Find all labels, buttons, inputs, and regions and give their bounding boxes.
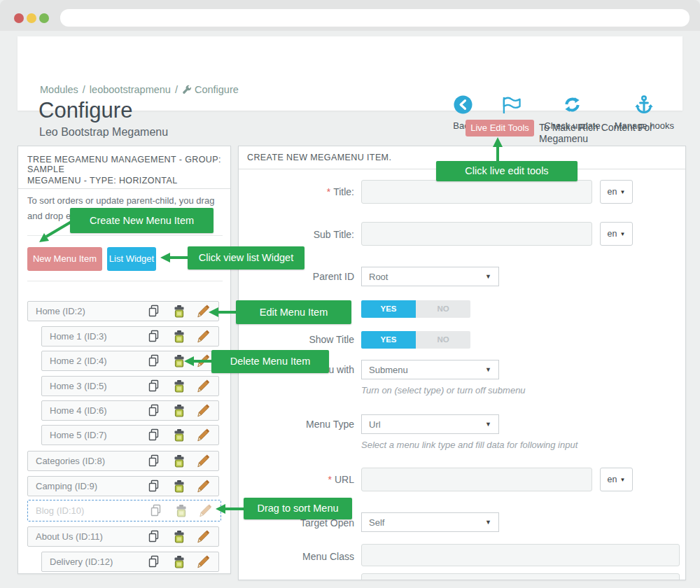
edit-pencil-icon[interactable]: [197, 530, 211, 544]
close-button[interactable]: [14, 13, 24, 23]
sub-title-input[interactable]: [361, 222, 592, 246]
menu-type-hint: Select a menu link type and fill data fo…: [361, 440, 578, 450]
tree-intro-line2: and drop e: [27, 211, 71, 221]
trash-icon[interactable]: [172, 428, 186, 442]
tree-row-blog-dragging[interactable]: Blog (ID:10): [27, 500, 221, 522]
trash-icon[interactable]: [172, 354, 186, 368]
title-input[interactable]: [361, 180, 592, 204]
duplicate-icon[interactable]: [148, 330, 162, 344]
url-input[interactable]: [361, 468, 592, 491]
trash-icon[interactable]: [172, 479, 186, 493]
trash-icon[interactable]: [172, 330, 186, 344]
tree-row-camping[interactable]: Camping (ID:9): [27, 476, 219, 496]
edit-pencil-icon[interactable]: [197, 379, 211, 393]
page-title: Configure: [38, 98, 132, 123]
tree-row-label: Categories (ID:8): [28, 456, 148, 466]
title-lang-dropdown[interactable]: en▼: [600, 180, 633, 204]
right-panel-title: CREATE NEW MEGAMENU ITEM.: [247, 153, 391, 162]
duplicate-icon[interactable]: [148, 555, 162, 569]
tree-row-delivery[interactable]: Delivery (ID:12): [41, 552, 219, 572]
url-lang-dropdown[interactable]: en▼: [600, 468, 633, 491]
left-panel-title-line1: TREE MEGAMENU MANAGEMENT - GROUP: SAMPLE: [27, 155, 230, 174]
tree-row-label: Home 3 (ID:5): [42, 381, 148, 391]
duplicate-icon[interactable]: [148, 428, 162, 442]
list-widget-button[interactable]: List Widget: [107, 247, 156, 271]
tree-row-home1[interactable]: Home 1 (ID:3): [41, 326, 219, 346]
tree-row-label: Home (ID:2): [28, 306, 148, 316]
tree-row-label: Delivery (ID:12): [42, 556, 148, 567]
url-label: *URL: [239, 474, 354, 485]
callout-delete-menu-item: Delete Menu Item: [211, 350, 329, 373]
tree-row-home5[interactable]: Home 5 (ID:7): [41, 425, 219, 445]
edit-pencil-icon[interactable]: [197, 330, 211, 344]
trash-icon[interactable]: [172, 530, 186, 544]
edit-pencil-icon[interactable]: [199, 504, 213, 518]
chevron-down-icon: ▼: [485, 421, 491, 428]
left-panel-title-line2: MEGAMENU - TYPE: HORIZONTAL: [27, 176, 178, 186]
trash-icon[interactable]: [172, 304, 186, 318]
tree-row-home2[interactable]: Home 2 (ID:4): [41, 351, 219, 371]
edit-pencil-icon[interactable]: [197, 428, 211, 442]
breadcrumb-module-name[interactable]: leobootstrapmenu: [90, 84, 171, 95]
duplicate-icon[interactable]: [150, 504, 164, 518]
trash-icon[interactable]: [172, 555, 186, 569]
live-edit-tools-button[interactable]: Live Edit Tools: [465, 120, 534, 136]
duplicate-icon[interactable]: [148, 454, 162, 468]
target-open-select[interactable]: Self▼: [361, 512, 499, 532]
menu-class-label: Menu Class: [239, 551, 354, 562]
edit-pencil-icon[interactable]: [197, 354, 211, 368]
callout-click-view-list-widget: Click view list Widget: [188, 246, 304, 270]
edit-pencil-icon[interactable]: [197, 479, 211, 493]
minimize-button[interactable]: [27, 13, 36, 23]
chevron-down-icon: ▼: [485, 273, 491, 280]
show-title-label: Show Title: [239, 334, 354, 345]
toggle-no-button[interactable]: NO: [416, 331, 470, 349]
tree-intro-line1: To sort orders or update parent-child, y…: [27, 195, 214, 206]
new-menu-item-button[interactable]: New Menu Item: [27, 247, 102, 271]
tree-row-categories[interactable]: Categories (ID:8): [27, 451, 219, 471]
edit-pencil-icon[interactable]: [197, 404, 211, 418]
required-mark: *: [328, 474, 332, 485]
edit-pencil-icon[interactable]: [197, 555, 211, 569]
tree-row-label: Home 2 (ID:4): [42, 356, 148, 366]
tree-row-home3[interactable]: Home 3 (ID:5): [41, 376, 219, 396]
parent-id-select[interactable]: Root▼: [361, 267, 499, 286]
edit-pencil-icon[interactable]: [197, 454, 211, 468]
trash-icon[interactable]: [172, 454, 186, 468]
divider: [27, 281, 223, 281]
duplicate-icon[interactable]: [148, 530, 162, 544]
toggle-yes-button[interactable]: YES: [361, 300, 416, 318]
menu-type-label: Menu Type: [239, 419, 354, 430]
duplicate-icon[interactable]: [148, 379, 162, 393]
toggle-yes-button[interactable]: YES: [361, 331, 416, 349]
refresh-icon: [563, 95, 582, 117]
breadcrumb-modules[interactable]: Modules: [40, 84, 78, 95]
trash-icon[interactable]: [172, 404, 186, 418]
duplicate-icon[interactable]: [148, 404, 162, 418]
tree-row-about-us[interactable]: About Us (ID:11): [27, 526, 219, 547]
submenu-select[interactable]: Submenu▼: [361, 360, 499, 379]
duplicate-icon[interactable]: [148, 304, 162, 318]
callout-drag-to-sort-menu: Drag to sort Menu: [244, 498, 352, 519]
maximize-button[interactable]: [39, 13, 49, 23]
toggle-no-button[interactable]: NO: [416, 300, 470, 318]
tree-row-home[interactable]: Home (ID:2): [27, 301, 219, 321]
sub-title-lang-dropdown[interactable]: en▼: [600, 222, 633, 246]
app-window: Modules/leobootstrapmenu/Configure Confi…: [0, 0, 700, 588]
required-mark: *: [327, 186, 330, 197]
tree-row-label: Home 5 (ID:7): [42, 430, 148, 440]
address-bar[interactable]: [60, 9, 690, 27]
edit-pencil-icon[interactable]: [197, 304, 211, 318]
tree-row-home4[interactable]: Home 4 (ID:6): [41, 400, 219, 421]
tree-row-label: Home 4 (ID:6): [42, 405, 148, 416]
tree-row-label: About Us (ID:11): [28, 531, 148, 542]
partial-bottom-input[interactable]: [361, 573, 680, 580]
trash-icon[interactable]: [172, 379, 186, 393]
duplicate-icon[interactable]: [148, 354, 162, 368]
trash-icon[interactable]: [174, 504, 188, 518]
tree-row-label: Camping (ID:9): [28, 481, 148, 491]
menu-class-input[interactable]: [361, 544, 680, 566]
menu-type-select[interactable]: Url▼: [361, 414, 499, 434]
duplicate-icon[interactable]: [148, 479, 162, 493]
back-circle-icon: [454, 95, 472, 117]
